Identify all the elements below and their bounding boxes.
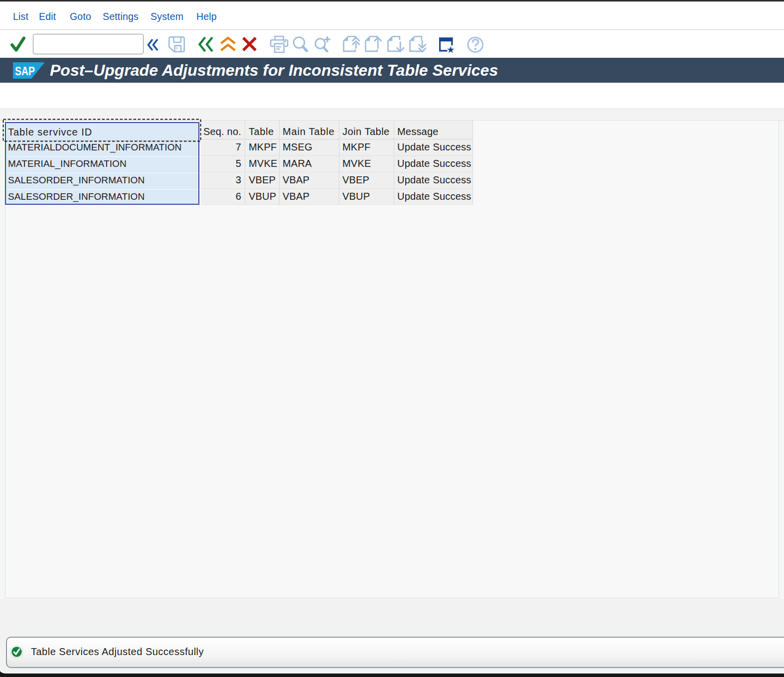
svg-text:SAP: SAP: [15, 65, 35, 78]
